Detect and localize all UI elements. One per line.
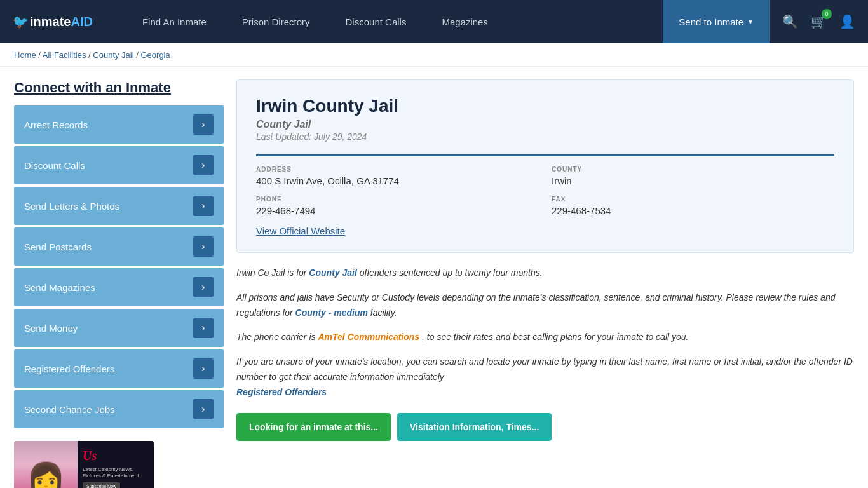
arrow-icon-6: › (193, 358, 214, 379)
cart-badge: 0 (822, 9, 832, 19)
desc3-text3: , to see their rates and best-calling pl… (422, 332, 688, 342)
arrow-icon-2: › (193, 196, 214, 216)
bottom-buttons: Looking for an inmate at this... Visitat… (236, 413, 854, 441)
phone-group: PHONE 229-468-7494 (256, 196, 539, 216)
breadcrumb-georgia[interactable]: Georgia (140, 50, 170, 60)
website-group: View Official Website (256, 226, 834, 236)
fax-value: 229-468-7534 (552, 205, 834, 216)
sidebar-title: Connect with an Inmate (14, 79, 224, 96)
breadcrumb-county-jail[interactable]: County Jail (93, 50, 133, 60)
facility-type: County Jail (256, 119, 834, 130)
visitation-information-button[interactable]: Visitation Information, Times... (397, 413, 552, 441)
breadcrumb-all-facilities[interactable]: All Facilities (43, 50, 86, 60)
sidebar-item-arrest-records[interactable]: Arrest Records › (14, 105, 224, 144)
nav-send-to-inmate[interactable]: Send to Inmate ▼ (663, 0, 770, 43)
amtel-link[interactable]: AmTel Communications (318, 332, 419, 342)
desc-paragraph-3: The phone carrier is AmTel Communication… (236, 330, 854, 345)
arrow-icon-7: › (193, 399, 214, 419)
arrow-icon-0: › (193, 114, 214, 135)
nav-find-inmate[interactable]: Find An Inmate (125, 0, 224, 43)
fax-label: FAX (552, 196, 834, 203)
ad-person-silhouette: 👩 (26, 463, 65, 488)
address-group: ADDRESS 400 S Irwin Ave, Ocilla, GA 3177… (256, 166, 539, 186)
facility-name: Irwin County Jail (256, 96, 834, 116)
sidebar-label-send-money: Send Money (24, 323, 78, 334)
search-icon[interactable]: 🔍 (782, 14, 798, 29)
main-layout: Connect with an Inmate Arrest Records › … (0, 67, 868, 488)
desc1-text2: offenders sentenced up to twenty four mo… (360, 268, 543, 278)
arrow-icon-3: › (193, 236, 214, 257)
phone-label: PHONE (256, 196, 539, 203)
phone-value: 229-468-7494 (256, 205, 539, 216)
desc-paragraph-2: All prisons and jails have Security or C… (236, 290, 854, 321)
nav-prison-directory[interactable]: Prison Directory (224, 0, 328, 43)
sidebar-label-discount-calls: Discount Calls (24, 160, 85, 171)
sidebar-item-send-letters[interactable]: Send Letters & Photos › (14, 187, 224, 225)
ad-subscribe-button[interactable]: Subscribe Now (83, 482, 120, 488)
desc-paragraph-1: Irwin Co Jail is for County Jail offende… (236, 266, 854, 281)
arrow-icon-1: › (193, 155, 214, 175)
fax-group: FAX 229-468-7534 (552, 196, 834, 216)
address-value: 400 S Irwin Ave, Ocilla, GA 31774 (256, 175, 539, 186)
advertisement-banner[interactable]: 👩 Us Latest Celebrity News, Pictures & E… (14, 441, 154, 488)
desc3-text1: The phone carrier is (236, 332, 318, 342)
county-value: Irwin (552, 175, 834, 186)
logo[interactable]: 🐦 inmateAID (13, 14, 93, 29)
sidebar-label-arrest-records: Arrest Records (24, 119, 88, 130)
ad-content: Us Latest Celebrity News, Pictures & Ent… (78, 441, 154, 488)
logo-text: inmateAID (30, 15, 93, 29)
county-label: COUNTY (552, 166, 834, 173)
arrow-icon-4: › (193, 277, 214, 297)
content-area: Irwin County Jail County Jail Last Updat… (236, 79, 854, 488)
breadcrumb: Home / All Facilities / County Jail / Ge… (14, 50, 170, 60)
sidebar-label-send-letters: Send Letters & Photos (24, 201, 119, 212)
facility-details-grid: ADDRESS 400 S Irwin Ave, Ocilla, GA 3177… (256, 154, 834, 236)
sidebar-label-send-magazines: Send Magazines (24, 282, 95, 293)
sidebar-label-send-postcards: Send Postcards (24, 241, 92, 252)
sidebar-item-send-money[interactable]: Send Money › (14, 309, 224, 347)
looking-for-inmate-button[interactable]: Looking for an inmate at this... (236, 413, 391, 441)
site-header: 🐦 inmateAID Find An Inmate Prison Direct… (0, 0, 868, 43)
cart-icon-wrapper[interactable]: 🛒 0 (811, 14, 827, 29)
send-to-inmate-label: Send to Inmate (679, 17, 743, 27)
registered-offenders-link[interactable]: Registered Offenders (236, 387, 327, 397)
county-group: COUNTY Irwin (552, 166, 834, 186)
ad-logo-text: Us (83, 449, 149, 463)
user-icon[interactable]: 👤 (839, 14, 855, 29)
desc4-text1: If you are unsure of your inmate's locat… (236, 356, 853, 382)
ad-image: 👩 (14, 441, 78, 488)
county-medium-link[interactable]: County - medium (295, 308, 368, 318)
breadcrumb-home[interactable]: Home (14, 50, 36, 60)
logo-icon: 🐦 (13, 14, 29, 29)
facility-card: Irwin County Jail County Jail Last Updat… (236, 79, 854, 253)
county-jail-link[interactable]: County Jail (309, 268, 356, 278)
nav-magazines[interactable]: Magazines (424, 0, 506, 43)
sidebar: Connect with an Inmate Arrest Records › … (14, 79, 224, 488)
sidebar-menu: Arrest Records › Discount Calls › Send L… (14, 105, 224, 428)
address-label: ADDRESS (256, 166, 539, 173)
sidebar-item-second-chance-jobs[interactable]: Second Chance Jobs › (14, 390, 224, 428)
sidebar-label-second-chance-jobs: Second Chance Jobs (24, 404, 115, 415)
view-official-website-link[interactable]: View Official Website (256, 226, 345, 236)
desc2-text3: facility. (370, 308, 397, 318)
ad-tagline-text: Latest Celebrity News, Pictures & Entert… (83, 466, 149, 480)
desc1-text1: Irwin Co Jail is for (236, 268, 309, 278)
sidebar-item-registered-offenders[interactable]: Registered Offenders › (14, 349, 224, 388)
nav-discount-calls[interactable]: Discount Calls (328, 0, 424, 43)
header-icons: 🔍 🛒 0 👤 (782, 14, 855, 29)
breadcrumb-bar: Home / All Facilities / County Jail / Ge… (0, 43, 868, 67)
arrow-icon-5: › (193, 318, 214, 338)
facility-last-updated: Last Updated: July 29, 2024 (256, 132, 834, 142)
main-nav: Find An Inmate Prison Directory Discount… (125, 0, 770, 43)
sidebar-item-discount-calls[interactable]: Discount Calls › (14, 146, 224, 184)
desc-paragraph-4: If you are unsure of your inmate's locat… (236, 355, 854, 400)
sidebar-item-send-postcards[interactable]: Send Postcards › (14, 227, 224, 266)
sidebar-item-send-magazines[interactable]: Send Magazines › (14, 268, 224, 306)
sidebar-label-registered-offenders: Registered Offenders (24, 363, 114, 374)
dropdown-arrow-icon: ▼ (747, 18, 754, 25)
